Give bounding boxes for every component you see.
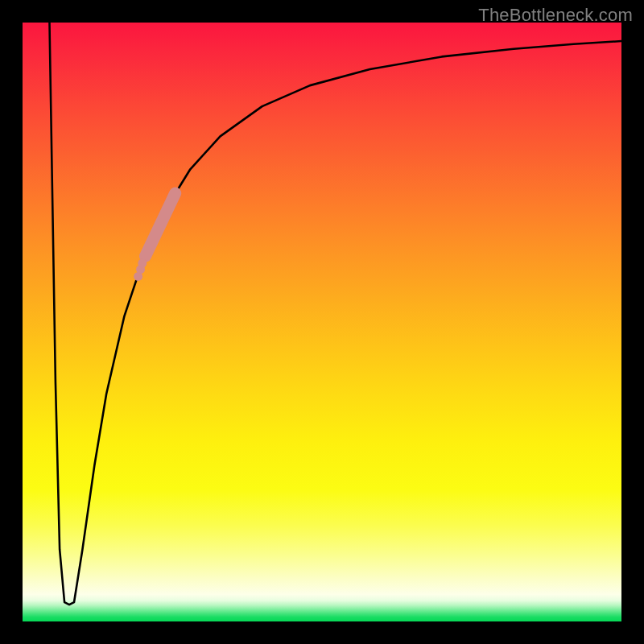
bottleneck-curve	[49, 23, 621, 605]
dot-cluster	[134, 259, 147, 281]
plot-area	[23, 23, 621, 621]
plot-svg	[23, 23, 621, 621]
watermark-text: TheBottleneck.com	[478, 5, 633, 26]
curve-layer	[49, 23, 621, 605]
highlight-band	[146, 193, 175, 256]
highlight-dot	[138, 259, 147, 268]
chart-frame: TheBottleneck.com	[0, 0, 644, 644]
